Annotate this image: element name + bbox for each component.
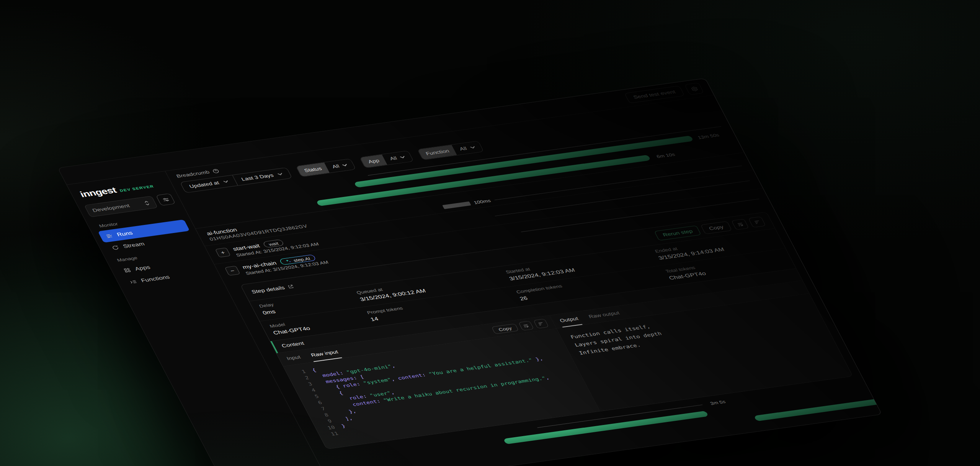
filter-lines-button[interactable] xyxy=(748,217,766,228)
chevron-down-icon xyxy=(222,180,229,183)
functions-icon xyxy=(129,279,138,285)
breadcrumb: Breadcrumb xyxy=(175,169,211,179)
copy-input-button[interactable]: Copy xyxy=(491,323,519,334)
bottom-duration-label: 3m 5s xyxy=(709,399,726,406)
sparkles-icon xyxy=(284,259,292,263)
stream-refresh-icon xyxy=(111,244,120,251)
run-duration-label: 13m 50s xyxy=(697,133,720,140)
chevron-down-icon xyxy=(400,156,406,159)
sliders-icon xyxy=(161,197,170,203)
settings-button[interactable] xyxy=(684,82,704,95)
app-filter-chip[interactable]: App All xyxy=(359,151,414,168)
tab-input[interactable]: Input xyxy=(283,351,305,366)
dev-server-badge: DEV SERVER xyxy=(119,184,155,193)
rerun-step-button[interactable]: Rerun step xyxy=(654,225,701,241)
chain-duration-label: 6m 10s xyxy=(656,152,676,159)
expand-step-button[interactable]: + xyxy=(215,248,231,258)
chevron-down-icon xyxy=(277,172,284,176)
time-range-select[interactable]: Last 3 Days xyxy=(232,168,292,185)
env-filter-button[interactable] xyxy=(156,193,176,206)
step-details-title: Step details xyxy=(251,285,286,295)
collapse-step-button[interactable]: − xyxy=(225,266,240,276)
external-link-icon[interactable] xyxy=(287,284,295,289)
chevron-updown-icon xyxy=(143,200,151,206)
word-wrap-button[interactable] xyxy=(731,219,749,230)
inngest-logo: inngest xyxy=(78,185,118,199)
sort-by-select[interactable]: Updated at xyxy=(180,175,237,192)
gear-icon xyxy=(689,86,699,92)
scene-background: Send test event inngest DEV SERVER xyxy=(0,0,980,466)
step-duration-bar xyxy=(754,395,882,421)
filter-lines-button[interactable] xyxy=(533,319,549,329)
word-wrap-button[interactable] xyxy=(518,321,534,331)
environment-select[interactable]: Development xyxy=(84,196,158,217)
copy-step-button[interactable]: Copy xyxy=(700,221,732,234)
apps-grid-icon xyxy=(122,267,132,273)
inngest-dev-server-window: Send test event inngest DEV SERVER xyxy=(57,78,882,466)
tab-output[interactable]: Output xyxy=(556,312,583,327)
chevron-down-icon xyxy=(469,146,476,149)
runs-list-icon xyxy=(105,233,114,239)
chevron-down-icon xyxy=(342,164,348,167)
help-circle-icon[interactable] xyxy=(211,168,220,174)
